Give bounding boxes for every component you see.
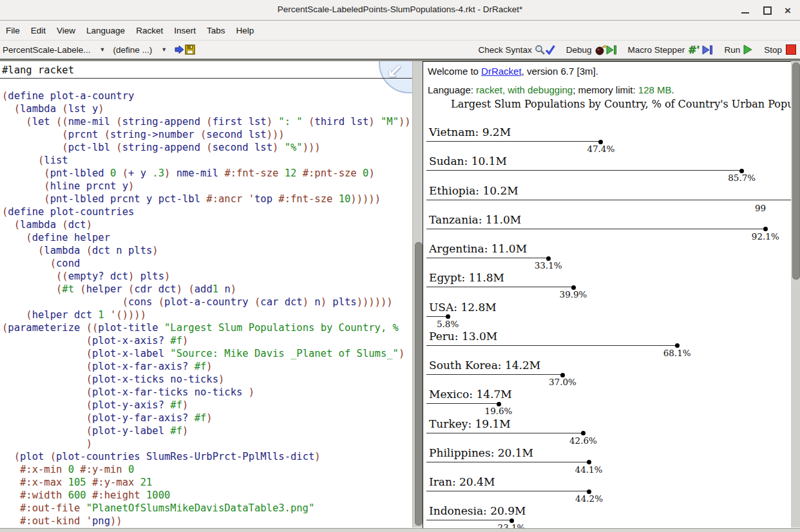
menu-item-edit[interactable]: Edit <box>26 23 51 39</box>
code-line[interactable]: (pnt-lbled 0 (+ y .3) nme-mil #:fnt-sze … <box>2 167 411 180</box>
interactions-scrollbar-thumb[interactable] <box>792 62 800 280</box>
value-line <box>426 345 677 346</box>
menu-item-file[interactable]: File <box>1 23 25 39</box>
country-label: Sudan: 10.1M <box>429 155 507 167</box>
language-label: Language: <box>428 84 476 95</box>
value-line <box>426 141 601 142</box>
percent-label: 47.4% <box>580 144 622 154</box>
country-label: Peru: 13.0M <box>429 330 497 343</box>
country-label: South Korea: 14.2M <box>429 359 540 372</box>
code-line[interactable]: (cons (plot-a-country (car dct) n) plts)… <box>2 296 411 309</box>
code-line[interactable]: (list <box>2 154 411 167</box>
stop-button[interactable]: Stop <box>764 44 796 55</box>
menu-item-language[interactable]: Language <box>81 23 130 39</box>
country-label: Egypt: 11.8M <box>429 271 504 284</box>
code-line[interactable]: (plot-x-far-ticks no-ticks ) <box>2 386 411 399</box>
value-line <box>426 491 589 491</box>
minimize-button[interactable] <box>738 4 752 17</box>
code-line[interactable]: (plot-x-far-axis? #f) <box>2 360 411 373</box>
debug-step-icon <box>606 45 617 55</box>
drracket-link[interactable]: DrRacket <box>481 66 522 77</box>
check-syntax-label: Check Syntax <box>479 45 532 55</box>
code-line[interactable]: (lambda (lst y) <box>2 102 411 115</box>
stop-icon <box>786 44 796 55</box>
code-line[interactable]: (prcnt (string->number (second lst))) <box>2 128 411 141</box>
code-line[interactable]: #:width 600 #:height 1000 <box>2 489 411 502</box>
code-line[interactable]: (hline prcnt y) <box>2 180 411 193</box>
macro-stepper-button[interactable]: Macro Stepper #' <box>628 44 714 56</box>
code-line[interactable]: (#t (helper (cdr dct) (add1 n) <box>2 283 411 296</box>
code-line[interactable]: (define helper <box>2 231 411 244</box>
percent-label: 92.1% <box>745 231 786 242</box>
code-line[interactable] <box>2 77 411 90</box>
code-line[interactable]: (plot (plot-countries SlumRes-UrbPrct-Pp… <box>2 450 411 463</box>
code-line[interactable]: #lang racket <box>2 64 411 77</box>
macro-stepper-label: Macro Stepper <box>628 45 685 55</box>
code-line[interactable]: (helper dct 1 '()))) <box>2 309 411 321</box>
run-icon <box>743 44 753 55</box>
definitions-editor[interactable]: ↙ #lang racket(define plot-a-country (la… <box>0 61 412 527</box>
code-line[interactable]: #:x-max 105 #:y-max 21 <box>2 476 411 489</box>
code-line[interactable]: #:x-min 0 #:y-min 0 <box>2 463 411 476</box>
code-line[interactable]: (plot-x-label "Source: Mike Davis _Plane… <box>2 347 411 360</box>
country-label: Tanzania: 11.0M <box>429 213 521 226</box>
percent-label: 37.0% <box>542 377 583 387</box>
value-line <box>426 229 765 229</box>
menu-item-tabs[interactable]: Tabs <box>202 23 231 39</box>
code-line[interactable]: (cond <box>2 257 411 270</box>
code-line[interactable]: (lambda (dct n plts) <box>2 244 411 257</box>
interactions-pane[interactable]: Welcome to DrRacket, version 6.7 [3m]. L… <box>423 61 792 529</box>
menu-item-insert[interactable]: Insert <box>169 23 201 39</box>
value-line <box>426 462 589 462</box>
code-line[interactable]: #:out-kind 'png)) <box>2 515 411 527</box>
code-line[interactable]: (plot-x-axis? #f) <box>2 334 411 347</box>
code-line[interactable]: (pnt-lbled prcnt y pct-lbl #:ancr 'top #… <box>2 193 411 205</box>
code-line[interactable]: (plot-y-label #f) <box>2 424 411 437</box>
code-line[interactable]: (pct-lbl (string-append (second lst) "%"… <box>2 141 411 154</box>
check-syntax-button[interactable]: Check Syntax <box>479 44 555 55</box>
code-line[interactable]: (lambda (dct) <box>2 218 411 231</box>
value-line <box>426 374 562 375</box>
editor-scrollbar-thumb[interactable] <box>415 242 423 526</box>
definitions-file-dropdown[interactable]: PercentScale-Labele... <box>3 45 91 55</box>
define-navigator-dropdown[interactable]: (define ...) <box>113 45 153 55</box>
maximize-button[interactable] <box>760 4 774 17</box>
debug-button[interactable]: Debug <box>566 44 617 55</box>
code-text[interactable]: #lang racket(define plot-a-country (lamb… <box>2 64 411 527</box>
menu-item-help[interactable]: Help <box>231 23 259 39</box>
bottom-strip <box>0 528 800 532</box>
code-line[interactable]: (define plot-a-country <box>2 90 411 102</box>
value-line <box>426 520 511 520</box>
code-line[interactable]: ((empty? dct) plts) <box>2 270 411 283</box>
chevron-down-icon[interactable]: ▼ <box>161 46 167 53</box>
country-label: Argentina: 11.0M <box>429 242 527 255</box>
close-button[interactable]: × <box>781 4 795 17</box>
minimize-icon <box>741 12 749 14</box>
chevron-down-icon[interactable]: ▼ <box>100 46 106 53</box>
debug-label: Debug <box>566 45 592 55</box>
memory-label: ; memory limit: <box>573 84 638 95</box>
interactions-scrollbar[interactable] <box>791 61 800 527</box>
percent-label: 44.2% <box>569 493 610 504</box>
code-line[interactable]: #:out-file "PlanetOfSlumsMikeDavisDataTa… <box>2 502 411 515</box>
menu-item-view[interactable]: View <box>52 23 81 39</box>
code-line[interactable]: (plot-x-ticks no-ticks) <box>2 373 411 386</box>
code-line[interactable]: (define plot-countries <box>2 205 411 218</box>
code-line[interactable]: (plot-y-axis? #f) <box>2 399 411 412</box>
code-line[interactable]: (parameterize ((plot-title "Largest Slum… <box>2 321 411 334</box>
value-line <box>426 316 448 317</box>
value-line <box>426 403 499 404</box>
code-line[interactable]: ) <box>2 437 411 450</box>
percent-label: 39.9% <box>553 289 594 299</box>
code-line[interactable]: (plot-y-far-axis? #f) <box>2 412 411 424</box>
code-line[interactable]: (let ((nme-mil (string-append (first lst… <box>2 115 411 128</box>
floppy-disk-icon <box>185 44 196 55</box>
memory-value: 128 MB <box>638 84 672 95</box>
value-line <box>426 200 791 200</box>
run-button[interactable]: Run <box>724 44 753 55</box>
save-button[interactable] <box>175 44 196 55</box>
menu-item-racket[interactable]: Racket <box>131 23 168 39</box>
magnifier-icon <box>535 44 546 55</box>
percent-label: 44.1% <box>568 464 609 475</box>
editor-scrollbar[interactable] <box>412 61 423 527</box>
